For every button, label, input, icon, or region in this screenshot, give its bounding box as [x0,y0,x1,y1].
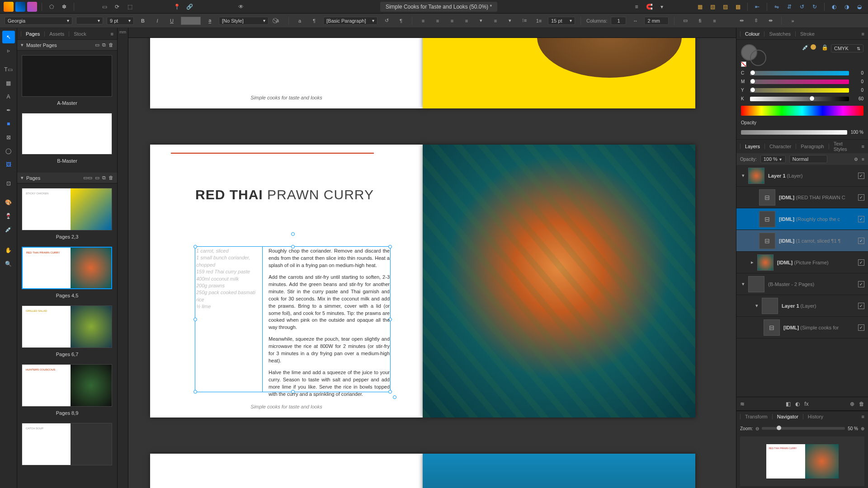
flip-v-icon[interactable]: ⇵ [784,2,794,12]
chevron-down-icon[interactable]: ▾ [505,15,515,26]
tab-swatches[interactable]: Swatches [769,31,791,37]
baseline-icon[interactable]: fi [694,15,705,26]
master-pages-header[interactable]: ▾ Master Pages ▭ ⧉ 🗑 [17,40,117,51]
tab-colour[interactable]: Colour [745,31,760,37]
tab-text-styles[interactable]: Text Styles [834,141,857,152]
zoom-tool-icon[interactable]: 🔍 [2,258,15,270]
tab-stroke[interactable]: Stroke [800,31,815,37]
visibility-checkbox[interactable]: ✓ [858,303,864,309]
bullet-list-icon[interactable]: ⁝≡ [519,15,530,26]
character-panel-icon[interactable]: a [294,15,305,26]
visibility-checkbox[interactable]: ✓ [858,216,864,222]
font-size-select[interactable]: 9 pt▾ [107,17,134,25]
spectrum-strip[interactable] [741,106,863,116]
frame-fit-1-icon[interactable]: ▭ [680,15,691,26]
dup-master-icon[interactable]: ⧉ [102,42,106,48]
arrange-forward-icon[interactable]: ▧ [708,2,717,12]
navigator-preview[interactable]: RED THAI PRAWN CURRY [740,436,864,486]
align-left-icon[interactable]: ⇤ [752,2,762,12]
crop-mode-icon[interactable]: ⬚ [125,2,135,12]
affinity-photo-icon[interactable] [15,2,25,12]
chevron-down-icon[interactable]: ▾ [657,2,667,12]
disclosure-triangle-icon[interactable]: ▾ [755,303,758,309]
align-center-text-icon[interactable]: ≡ [432,15,443,26]
spread-thumb-4-5[interactable]: RED THAI PRAWN CURRY [22,247,112,289]
disclosure-triangle-icon[interactable]: ▸ [751,259,754,265]
opacity-value[interactable]: 100 % [851,130,863,135]
black-slider[interactable] [750,97,849,101]
spread-thumb-2-3[interactable]: STICKY CHICKEN [22,188,112,230]
fill-tool-icon[interactable]: 🎨 [2,196,15,209]
tab-navigator[interactable]: Navigator [777,414,798,419]
valign-icon[interactable]: ≡ [490,15,501,26]
dup-page-icon[interactable]: ⧉ [102,175,106,181]
distribute-3-icon[interactable]: ⇼ [765,15,776,26]
crop-tool-icon[interactable]: ⊡ [2,177,15,190]
tab-character[interactable]: Character [769,144,791,149]
pan-tool-icon[interactable]: ✋ [2,244,15,257]
paragraph-style-select[interactable]: [Basic Paragraph]▾ [323,17,377,25]
flip-h-icon[interactable]: ⇋ [772,2,782,12]
edit-all-layers-icon[interactable]: ≋ [740,401,745,407]
del-master-icon[interactable]: 🗑 [108,42,113,48]
align-left-text-icon[interactable]: ≡ [418,15,429,26]
justify-text-icon[interactable]: ≡ [461,15,472,26]
ingredients-text[interactable]: 1 carrot, sliced 1 small bunch coriander… [196,248,261,310]
delete-layer-icon[interactable]: 🗑 [859,401,864,407]
panel-menu-icon[interactable]: ≡ [862,144,864,149]
align-right-text-icon[interactable]: ≡ [447,15,458,26]
rotate-cw-icon[interactable]: ↻ [810,2,820,12]
visibility-checkbox[interactable]: ✓ [858,194,864,201]
number-list-icon[interactable]: 1≡ [533,15,544,26]
distribute-v-icon[interactable]: ⇳ [750,15,761,26]
frame-text-tool-icon[interactable]: T▭ [2,63,15,76]
snapping-toggle-icon[interactable]: 🧲 [644,2,654,12]
layer-row[interactable]: ▾ (B-Master - 2 Pages)✓ [736,273,868,295]
distribute-h-icon[interactable]: ⇹ [736,15,747,26]
magenta-slider[interactable] [750,80,849,84]
panel-menu-icon[interactable]: ≡ [111,31,113,37]
tab-transform[interactable]: Transform [745,414,768,419]
gear-icon[interactable]: ⚙ [854,157,858,162]
layer-row[interactable]: ▸[IDML] (Picture Frame)✓ [736,252,868,273]
lock-icon[interactable]: 🔒 [821,44,828,51]
text-color-swatch[interactable] [181,17,201,25]
zoom-out-icon[interactable]: ⊖ [755,426,759,431]
affinity-designer-icon[interactable] [4,2,14,12]
disclosure-triangle-icon[interactable]: ▾ [21,42,24,48]
anchor-icon[interactable]: 📍 [172,2,182,12]
visibility-checkbox[interactable]: ✓ [858,238,864,244]
picture-frame-tool-icon[interactable]: ⊠ [2,131,15,144]
zoom-slider[interactable] [762,427,845,430]
rotate-ccw-icon[interactable]: ↺ [797,2,807,12]
reset-para-icon[interactable]: ↺ [381,15,392,26]
link-icon[interactable]: 🔗 [184,2,194,12]
master-thumb-b[interactable] [22,113,112,155]
studio-3-icon[interactable]: ◒ [854,2,864,12]
arrange-back-icon[interactable]: ▩ [733,2,743,12]
table-tool-icon[interactable]: ▦ [2,77,15,89]
tab-assets[interactable]: Assets [49,31,64,37]
sampled-color-icon[interactable] [811,44,816,50]
mask-icon[interactable]: ◧ [786,401,791,407]
disclosure-triangle-icon[interactable]: ▾ [21,175,24,181]
chevron-down-icon[interactable]: ▾ [476,15,486,26]
tab-layers[interactable]: Layers [745,144,760,149]
layer-row[interactable]: ▾Layer 1 (Layer)✓ [736,295,868,317]
arrange-front-icon[interactable]: ▦ [695,2,705,12]
spread-thumb-6-7[interactable]: GRILLED SALAD [22,305,112,348]
spread-thumb-10-11[interactable]: CATCH SOUP [22,423,112,465]
fx-button-icon[interactable]: fx [804,401,808,407]
panel-menu-icon[interactable]: ≡ [862,31,864,37]
transparency-tool-icon[interactable]: 🍷 [2,210,15,222]
none-well-icon[interactable] [741,61,746,67]
pages-header[interactable]: ▾ Pages ▭▭ ▭ ⧉ 🗑 [17,173,117,183]
char-style-icon[interactable]: a̲ [204,15,215,26]
home-icon[interactable]: ⬠ [47,2,57,12]
spread-thumb-8-9[interactable]: HUNTERS COUSCOUS [22,364,112,407]
rotate-mode-icon[interactable]: ⟳ [112,2,122,12]
char-style-select[interactable]: [No Style]▾ [219,17,269,25]
opacity-slider[interactable] [741,130,847,135]
underline-button[interactable]: U [166,15,177,26]
clear-style-icon[interactable]: ⃠a [272,15,283,26]
